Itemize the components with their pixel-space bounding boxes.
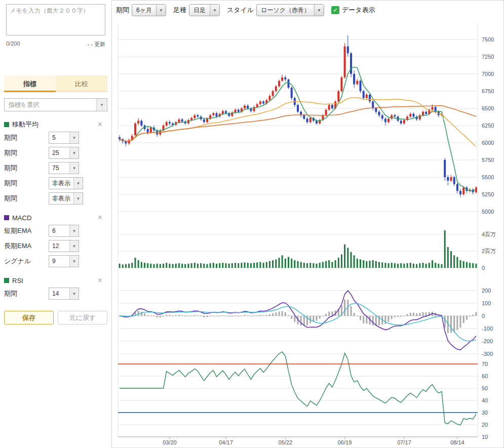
svg-text:05/22: 05/22: [279, 439, 293, 445]
param-label: 期間: [4, 164, 49, 173]
macd-signal-select[interactable]: 9 ▼: [49, 255, 79, 267]
ma-period-2-select[interactable]: 25 ▼: [49, 147, 79, 159]
svg-text:06/19: 06/19: [338, 439, 352, 445]
svg-text:6750: 6750: [482, 88, 494, 94]
svg-text:03/20: 03/20: [163, 439, 177, 445]
sidebar: 0/200 - - 更新 指標 比較 指標を選択 ▼ 移動平均 × 期間 5 ▼…: [0, 0, 111, 448]
reset-button[interactable]: 元に戻す: [58, 311, 107, 324]
svg-text:20: 20: [482, 422, 488, 428]
chevron-down-icon: ▼: [96, 99, 107, 111]
indicator-select-placeholder: 指標を選択: [5, 99, 39, 111]
ma-period-5-select[interactable]: 非表示 ▼: [49, 192, 83, 205]
checkmark-icon: ✓: [331, 6, 339, 14]
memo-counter: 0/200: [6, 40, 20, 48]
svg-text:10: 10: [482, 434, 488, 440]
period-label: 期間: [116, 6, 129, 15]
stock-chart[interactable]: 7500725070006750650062506000575055005250…: [112, 1, 504, 448]
svg-text:7000: 7000: [482, 71, 494, 77]
style-group: スタイル ローソク（赤青） ▼: [227, 4, 324, 16]
param-label: 期間: [4, 289, 49, 298]
rsi-period-select[interactable]: 14 ▼: [49, 288, 79, 300]
indicator-select-dropdown[interactable]: 指標を選択 ▼: [4, 98, 107, 111]
bar-type-select[interactable]: 日足 ▼: [189, 4, 220, 16]
chevron-down-icon: ▼: [210, 5, 219, 16]
param-row: 期間 25 ▼: [4, 147, 107, 159]
tab-compare[interactable]: 比較: [56, 75, 107, 92]
svg-text:6250: 6250: [482, 123, 494, 129]
card-header: 移動平均 ×: [4, 120, 107, 129]
ma-period-4-select[interactable]: 非表示 ▼: [49, 177, 83, 189]
data-display-label: データ表示: [342, 6, 375, 15]
macd-fast-ema-select[interactable]: 6 ▼: [49, 225, 79, 237]
rsi-color-swatch-icon: [4, 278, 9, 283]
close-icon[interactable]: ×: [98, 277, 107, 284]
close-icon[interactable]: ×: [98, 121, 107, 128]
indicator-name: MACD: [12, 214, 31, 222]
button-row: 保存 元に戻す: [4, 311, 107, 324]
param-row: 期間 5 ▼: [4, 132, 107, 144]
param-row: シグナル 9 ▼: [4, 255, 107, 267]
svg-text:-300: -300: [482, 351, 493, 357]
param-label: 期間: [4, 179, 49, 188]
chevron-down-icon: ▼: [73, 193, 83, 204]
macd-slow-ema-select[interactable]: 12 ▼: [49, 240, 79, 252]
macd-color-swatch-icon: [4, 215, 9, 220]
indicator-card-rsi: RSI × 期間 14 ▼: [4, 276, 107, 300]
card-header: RSI ×: [4, 276, 107, 284]
param-row: 期間 非表示 ▼: [4, 192, 107, 205]
period-select[interactable]: 6ヶ月 ▼: [132, 4, 166, 16]
bar-type-label: 足種: [173, 6, 186, 15]
period-group: 期間 6ヶ月 ▼: [116, 4, 166, 16]
param-label: 短期EMA: [4, 226, 49, 235]
param-row: 短期EMA 6 ▼: [4, 225, 107, 237]
svg-text:0: 0: [482, 313, 485, 319]
indicator-card-moving-average: 移動平均 × 期間 5 ▼ 期間 25 ▼ 期間 75 ▼ 期間 非表示 ▼: [4, 120, 107, 205]
svg-text:60: 60: [482, 373, 488, 379]
svg-text:-100: -100: [482, 325, 493, 332]
chart-region: 7500725070006750650062506000575055005250…: [111, 0, 504, 448]
svg-text:6500: 6500: [482, 105, 494, 111]
svg-text:30: 30: [482, 410, 488, 416]
svg-text:6000: 6000: [482, 140, 494, 146]
svg-text:200: 200: [482, 288, 491, 294]
sidebar-tabs: 指標 比較: [4, 75, 107, 92]
memo-input[interactable]: [6, 4, 105, 35]
svg-text:07/17: 07/17: [397, 439, 411, 445]
svg-text:7250: 7250: [482, 54, 494, 60]
data-display-checkbox[interactable]: ✓ データ表示: [331, 6, 375, 15]
param-label: 長期EMA: [4, 241, 49, 251]
chevron-down-icon: ▼: [69, 240, 79, 252]
chevron-down-icon: ▼: [69, 132, 79, 143]
svg-text:2百万: 2百万: [482, 248, 496, 254]
indicator-name: 移動平均: [12, 120, 38, 129]
svg-text:70: 70: [482, 361, 488, 367]
chevron-down-icon: ▼: [69, 147, 79, 158]
param-row: 期間 75 ▼: [4, 162, 107, 174]
svg-text:5750: 5750: [482, 157, 494, 163]
chevron-down-icon: ▼: [69, 225, 79, 236]
save-button[interactable]: 保存: [4, 311, 54, 324]
svg-text:-200: -200: [482, 338, 493, 344]
tab-indicators[interactable]: 指標: [4, 75, 56, 92]
indicator-card-macd: MACD × 短期EMA 6 ▼ 長期EMA 12 ▼ シグナル 9 ▼: [4, 214, 107, 267]
memo-update-button[interactable]: - - 更新: [88, 40, 105, 48]
svg-text:08/14: 08/14: [450, 439, 464, 445]
chart-toolbar: 期間 6ヶ月 ▼ 足種 日足 ▼ スタイル ローソク（赤青） ▼ ✓ データ表示: [116, 4, 375, 16]
svg-text:40: 40: [482, 397, 488, 403]
svg-text:4百万: 4百万: [482, 231, 496, 237]
style-select[interactable]: ローソク（赤青） ▼: [256, 4, 324, 16]
param-row: 期間 非表示 ▼: [4, 177, 107, 189]
ma-period-3-select[interactable]: 75 ▼: [49, 162, 79, 174]
close-icon[interactable]: ×: [98, 214, 107, 221]
svg-text:5250: 5250: [482, 191, 494, 197]
svg-text:5000: 5000: [482, 209, 494, 215]
chevron-down-icon: ▼: [69, 288, 79, 299]
memo-meta: 0/200 - - 更新: [6, 40, 105, 48]
param-label: 期間: [4, 133, 49, 142]
chevron-down-icon: ▼: [69, 256, 79, 267]
ma-period-1-select[interactable]: 5 ▼: [49, 132, 79, 144]
param-row: 長期EMA 12 ▼: [4, 240, 107, 252]
svg-text:5500: 5500: [482, 174, 494, 180]
svg-text:100: 100: [482, 300, 491, 306]
svg-text:50: 50: [482, 385, 488, 391]
